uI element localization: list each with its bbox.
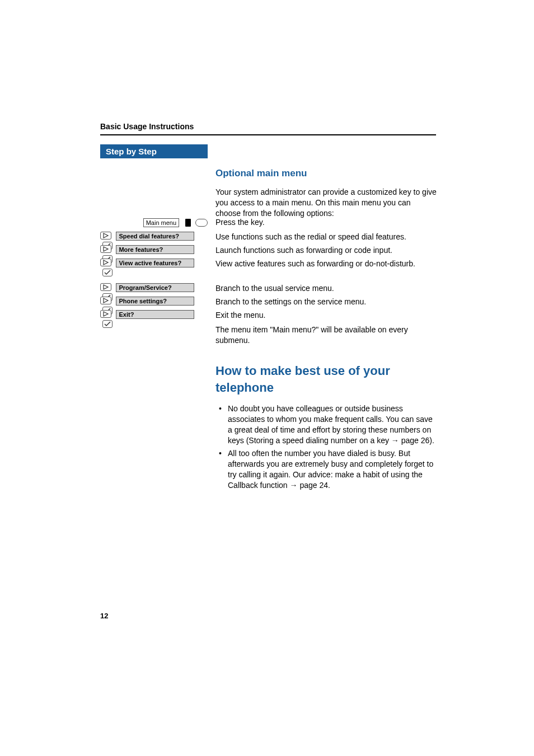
bullet-callback: All too often the number you have dialed…	[216, 448, 437, 491]
menu-item-label: More features?	[116, 245, 194, 254]
svg-marker-0	[104, 233, 108, 238]
menu-row-program-service: Program/Service?	[100, 283, 208, 292]
step-phone-settings: Branch to the settings on the service me…	[216, 297, 437, 307]
check-icon	[102, 320, 113, 328]
lamp-icon	[185, 219, 191, 227]
page-number: 12	[100, 612, 108, 620]
play-icon	[100, 245, 111, 253]
svg-marker-4	[104, 298, 108, 303]
header: Basic Usage Instructions	[100, 122, 436, 135]
svg-marker-1	[104, 247, 108, 251]
menu-item-label: Exit?	[116, 310, 194, 319]
step-press-key: Press the key.	[216, 217, 437, 228]
step-by-step-title: Step by Step	[100, 144, 208, 158]
menu-row-speed-dial: Speed dial features?	[100, 232, 208, 241]
menu-item-label: Speed dial features?	[116, 232, 194, 241]
submenu-note: The menu item "Main menu?" will be avail…	[216, 325, 437, 346]
check-icon	[102, 269, 113, 276]
svg-marker-5	[104, 312, 108, 316]
svg-marker-2	[104, 260, 108, 265]
menu-item-label: Phone settings?	[116, 297, 194, 306]
play-icon	[100, 297, 111, 304]
main-menu-key-row: Main menu	[100, 217, 208, 227]
step-more-features: Launch functions such as forwarding or c…	[216, 245, 437, 256]
play-icon	[100, 310, 111, 318]
step-speed-dial: Use functions such as the redial or spee…	[216, 232, 437, 242]
content-column: Optional main menu Your system administr…	[216, 144, 437, 224]
header-rule	[100, 134, 436, 135]
step-program-service: Branch to the usual service menu.	[216, 283, 437, 294]
menu-row-view-active: View active features?	[100, 259, 208, 267]
sidebar: Step by Step	[100, 144, 208, 158]
menu-row-more-features: More features?	[100, 245, 208, 254]
step-exit: Exit the menu.	[216, 310, 437, 321]
section-best-use: How to make best use of your telephone N…	[216, 347, 437, 493]
menu-item-label: View active features?	[116, 259, 194, 267]
page: Basic Usage Instructions Step by Step Ma…	[0, 0, 534, 756]
svg-marker-3	[104, 285, 108, 289]
menu-row-exit: Exit?	[100, 310, 208, 319]
heading-best-use: How to make best use of your telephone	[216, 363, 437, 396]
heading-optional-main-menu: Optional main menu	[216, 168, 437, 179]
bullet-list: No doubt you have colleagues or outside …	[216, 403, 437, 490]
main-menu-label: Main menu	[143, 218, 179, 227]
doc-section-title: Basic Usage Instructions	[100, 122, 436, 131]
play-icon	[100, 232, 111, 240]
intro-paragraph: Your system administrator can provide a …	[216, 187, 437, 219]
bullet-speed-dial: No doubt you have colleagues or outside …	[216, 403, 437, 446]
play-icon	[100, 259, 111, 266]
menu-row-phone-settings: Phone settings?	[100, 297, 208, 306]
play-icon	[100, 283, 111, 291]
step-view-active: View active features such as forwarding …	[216, 259, 437, 269]
menu-item-label: Program/Service?	[116, 283, 194, 292]
key-icon	[195, 219, 208, 227]
